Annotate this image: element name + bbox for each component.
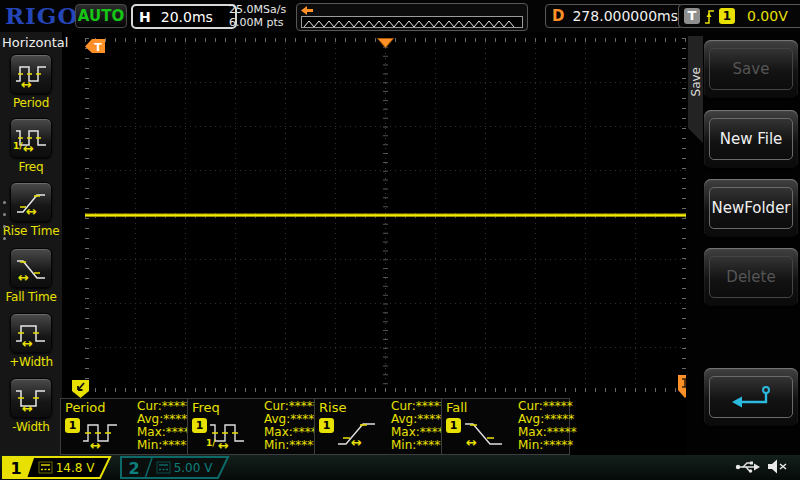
menu-item-fall-time[interactable]: ↔ Fall Time xyxy=(0,248,62,304)
ch1-trace xyxy=(85,214,686,217)
new-folder-button[interactable]: NewFolder xyxy=(704,179,798,237)
delay-value: 278.000000ms xyxy=(572,8,678,24)
return-arrow-icon xyxy=(725,384,777,410)
measurement-panel-rise[interactable]: Rise 1 ↔ Cur:***** Avg:***** Max:***** M… xyxy=(314,398,442,455)
rise-time-icon: ↔ xyxy=(15,188,47,216)
svg-text:1: 1 xyxy=(10,459,21,478)
right-soft-menu: Save Save New File NewFolder Delete xyxy=(686,32,800,456)
save-button[interactable]: Save xyxy=(704,40,798,98)
channel2-badge[interactable]: 2 5.00 V xyxy=(120,456,233,479)
rise-wave-icon: ↔ xyxy=(336,415,382,449)
top-status-bar: RIGOL AUTO H 20.0ms 25.0MSa/s 6.00M pts … xyxy=(0,0,800,32)
speaker-muted-icon xyxy=(767,458,788,475)
waveform-position-bar[interactable] xyxy=(296,3,528,31)
source-badge: 1 xyxy=(446,418,461,433)
new-file-button[interactable]: New File xyxy=(704,110,798,168)
period-wave-icon: ↔ xyxy=(82,415,128,449)
return-button[interactable] xyxy=(704,368,798,426)
period-icon: ↔ xyxy=(15,60,47,88)
menu-item-rise-time[interactable]: ↔ Rise Time xyxy=(0,182,62,238)
stat-min: Min:***** xyxy=(518,439,577,452)
svg-text:14.8 V: 14.8 V xyxy=(56,461,96,475)
trigger-position-triangle xyxy=(377,38,394,48)
bottom-status-bar: 1 14.8 V 2 5.00 V xyxy=(0,455,800,480)
run-status-badge: AUTO xyxy=(75,4,127,28)
trigger-level-value: 0.00V xyxy=(747,8,788,24)
menu-item-plus-width[interactable]: ↔ +Width xyxy=(0,313,62,369)
menu-item-freq[interactable]: 1/ ↔ Freq xyxy=(0,118,62,174)
menu-tab-save: Save xyxy=(688,36,703,128)
rising-edge-icon xyxy=(704,8,715,25)
trigger-source-badge: 1 xyxy=(719,8,735,24)
delete-button[interactable]: Delete xyxy=(704,248,798,306)
trigger-left-tag: T xyxy=(85,39,106,54)
memory-depth: 6.00M pts xyxy=(229,16,286,29)
menu-item-minus-width[interactable]: ↔ -Width xyxy=(0,378,62,434)
svg-text:2: 2 xyxy=(128,459,139,478)
horizontal-timebase-box[interactable]: H 20.0ms xyxy=(131,4,237,29)
oscilloscope-screen: RIGOL AUTO H 20.0ms 25.0MSa/s 6.00M pts … xyxy=(0,0,800,480)
measurement-panel-fall[interactable]: Fall 1 ↔ Cur:***** Avg:***** Max:***** M… xyxy=(441,398,570,455)
trigger-label: T xyxy=(684,8,700,24)
menu-item-period[interactable]: ↔ Period xyxy=(0,54,62,110)
usb-icon xyxy=(734,458,761,475)
measurement-panel-freq[interactable]: Freq 1 1/ ↔ Cur:***** Avg:***** Max:****… xyxy=(187,398,315,455)
timebase-value: 20.0ms xyxy=(161,9,213,25)
menu-title: Horizontal xyxy=(2,35,68,50)
svg-text:T: T xyxy=(94,41,102,54)
graticule xyxy=(85,38,686,392)
ch1-position-tag xyxy=(71,379,90,399)
delay-label: D xyxy=(552,7,564,25)
trigger-info-box[interactable]: T 1 0.00V xyxy=(678,4,800,28)
minus-width-icon: ↔ xyxy=(15,384,47,412)
svg-text:5.00 V: 5.00 V xyxy=(174,461,214,475)
source-badge: 1 xyxy=(319,418,334,433)
acquisition-info: 25.0MSa/s 6.00M pts xyxy=(229,3,286,29)
sample-rate: 25.0MSa/s xyxy=(229,3,286,16)
menu-tab-notch xyxy=(688,128,703,143)
left-function-menu: Horizontal ↔ Period 1/ ↔ Freq xyxy=(0,32,62,456)
plus-width-icon: ↔ xyxy=(15,319,47,347)
measurement-panel-period[interactable]: Period 1 ↔ Cur:***** Avg:***** Max:*****… xyxy=(60,398,188,455)
waveform-preview xyxy=(301,16,523,28)
source-badge: 1 xyxy=(65,418,80,433)
left-arrow-icon xyxy=(301,6,314,15)
channel1-badge[interactable]: 1 14.8 V xyxy=(2,456,115,479)
trigger-delay-box[interactable]: D 278.000000ms xyxy=(545,4,683,28)
menu-page-dots xyxy=(3,192,6,249)
fall-time-icon: ↔ xyxy=(15,254,47,282)
freq-icon: 1/ ↔ xyxy=(15,124,47,152)
freq-wave-icon: 1/ ↔ xyxy=(209,415,255,449)
source-badge: 1 xyxy=(192,418,207,433)
fall-wave-icon: ↔ xyxy=(463,415,509,449)
horizontal-label: H xyxy=(139,9,151,25)
